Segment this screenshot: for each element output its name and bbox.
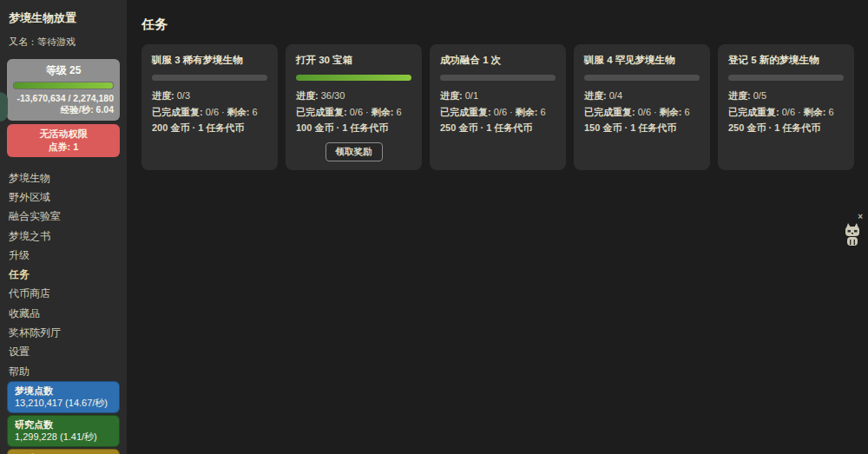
sidebar-item-label: 梦境生物 [9,171,50,186]
sidebar-item-label: 野外区域 [9,190,50,205]
task-progress-fill [296,75,411,81]
task-reward-text: 200 金币 · 1 任务代币 [152,122,267,134]
task-reward-text: 250 金币 · 1 任务代币 [440,122,556,134]
remaining-label: 剩余: [516,107,538,117]
sidebar-item-wild-areas[interactable]: 野外区域 [7,188,120,207]
task-card-tame-rare: 驯服 3 稀有梦境生物 进度: 0/3 已完成重复: 0/6 · 剩余: 6 2… [141,44,278,170]
task-title: 驯服 4 罕见梦境生物 [584,54,700,66]
event-status-button[interactable]: 无活动权限 点券: 1 [7,124,120,157]
task-progress-bar [728,75,844,81]
level-label: 等级 25 [13,63,114,78]
sidebar-item-dream-book[interactable]: 梦境之书 [7,227,120,246]
repeats-value: 0/6 · [206,107,225,117]
pet-widget: × [841,213,864,250]
sidebar-item-label: 帮助 [9,365,30,379]
drawer-handle[interactable] [0,92,8,122]
sidebar-item-token-shop[interactable]: 代币商店 [7,285,120,304]
remaining-label: 剩余: [660,107,682,117]
sidebar-item-settings[interactable]: 设置 [7,343,120,362]
sidebar-item-fusion-lab[interactable]: 融合实验室 [7,207,120,227]
level-progress-bar [13,82,114,89]
claim-reward-button[interactable]: 领取奖励 [326,142,383,161]
progress-value: 0/1 [465,90,478,101]
task-reward-text: 150 金币 · 1 任务代币 [584,122,700,134]
close-icon[interactable]: × [841,213,864,221]
sidebar-item-label: 梦境之书 [9,229,50,244]
sidebar-item-trophy-hall[interactable]: 奖杯陈列厅 [7,323,120,342]
sidebar-item-label: 升级 [9,248,30,263]
task-title: 成功融合 1 次 [440,54,556,66]
sidebar-item-collections[interactable]: 收藏品 [7,304,120,323]
task-repeats-text: 已完成重复: 0/6 · 剩余: 6 [440,107,556,118]
sidebar-item-label: 奖杯陈列厅 [9,326,61,340]
repeats-label: 已完成重复: [152,107,203,117]
sidebar-item-label: 任务 [9,267,30,282]
pixel-cat-icon[interactable] [844,222,861,247]
repeats-label: 已完成重复: [728,107,779,117]
progress-label: 进度: [584,90,607,101]
remaining-value: 6 [829,107,834,117]
task-title: 驯服 3 稀有梦境生物 [152,54,267,66]
sidebar-item-upgrades[interactable]: 升级 [7,246,120,265]
progress-value: 0/5 [753,90,766,101]
task-repeats-text: 已完成重复: 0/6 · 剩余: 6 [728,107,844,118]
task-reward-text: 100 金币 · 1 任务代币 [296,122,411,134]
level-progress-fill [14,82,113,89]
sidebar-nav: 梦境生物 野外区域 融合实验室 梦境之书 升级 任务 代币商店 收藏品 奖杯陈列… [7,168,120,381]
repeats-label: 已完成重复: [296,107,347,117]
repeats-value: 0/6 · [638,107,657,117]
progress-value: 36/30 [321,90,345,101]
task-repeats-text: 已完成重复: 0/6 · 剩余: 6 [152,107,267,118]
resource-name: 研究点数 [15,418,112,431]
progress-value: 0/3 [177,90,190,101]
main-content: 任务 驯服 3 稀有梦境生物 进度: 0/3 已完成重复: 0/6 · 剩余: … [127,0,868,454]
progress-label: 进度: [728,90,751,101]
exp-rate: 经验/秒: 6.04 [13,104,114,115]
task-title: 打开 30 宝箱 [296,54,411,66]
app-title: 梦境生物放置 [7,10,120,26]
task-progress-bar [440,75,556,81]
task-title: 登记 5 新的梦境生物 [728,54,844,66]
remaining-label: 剩余: [804,107,826,117]
task-progress-text: 进度: 0/3 [152,90,267,102]
sidebar-item-label: 设置 [9,345,30,359]
resource-research-points: 研究点数 1,299,228 (1.41/秒) [7,415,120,447]
task-reward-text: 250 金币 · 1 任务代币 [728,122,844,134]
task-list: 驯服 3 稀有梦境生物 进度: 0/3 已完成重复: 0/6 · 剩余: 6 2… [141,44,854,170]
task-progress-text: 进度: 36/30 [296,90,411,102]
event-status-line: 无活动权限 [10,128,116,141]
sidebar-item-label: 代币商店 [9,286,50,301]
task-progress-bar [584,75,700,81]
progress-label: 进度: [152,90,174,101]
repeats-value: 0/6 · [350,107,369,117]
task-progress-bar [152,75,267,81]
task-card-open-chests: 打开 30 宝箱 进度: 36/30 已完成重复: 0/6 · 剩余: 6 10… [286,44,422,170]
task-card-fuse: 成功融合 1 次 进度: 0/1 已完成重复: 0/6 · 剩余: 6 250 … [430,44,566,170]
resource-gold: 金币 1,187,192 (1.89/秒) [7,449,120,454]
level-box: 等级 25 -13,670,634 / 2,274,180 经验/秒: 6.04 [7,59,120,121]
task-progress-bar [296,75,411,81]
remaining-value: 6 [685,107,690,117]
repeats-label: 已完成重复: [440,107,491,117]
task-card-tame-uncommon: 驯服 4 罕见梦境生物 进度: 0/4 已完成重复: 0/6 · 剩余: 6 1… [574,44,710,170]
repeats-label: 已完成重复: [584,107,635,117]
resource-dream-points: 梦境点数 13,210,417 (14.67/秒) [7,381,120,413]
task-card-register-new: 登记 5 新的梦境生物 进度: 0/5 已完成重复: 0/6 · 剩余: 6 2… [718,44,854,170]
repeats-value: 0/6 · [782,107,801,117]
remaining-value: 6 [541,107,546,117]
resource-value: 1,299,228 (1.41/秒) [15,431,112,443]
remaining-label: 剩余: [372,107,394,117]
sidebar-item-help[interactable]: 帮助 [7,362,120,381]
progress-label: 进度: [296,90,319,101]
remaining-value: 6 [253,107,258,117]
sidebar-item-dream-creatures[interactable]: 梦境生物 [7,168,120,188]
sidebar-item-tasks[interactable]: 任务 [7,265,120,284]
repeats-value: 0/6 · [494,107,513,117]
remaining-label: 剩余: [227,107,250,117]
task-repeats-text: 已完成重复: 0/6 · 剩余: 6 [296,107,411,118]
exp-text: -13,670,634 / 2,274,180 [13,93,114,104]
remaining-value: 6 [397,107,402,117]
sidebar: 梦境生物放置 又名：等待游戏 等级 25 -13,670,634 / 2,274… [0,0,127,454]
sidebar-item-label: 融合实验室 [9,209,61,224]
event-tickets-line: 点券: 1 [10,141,116,154]
